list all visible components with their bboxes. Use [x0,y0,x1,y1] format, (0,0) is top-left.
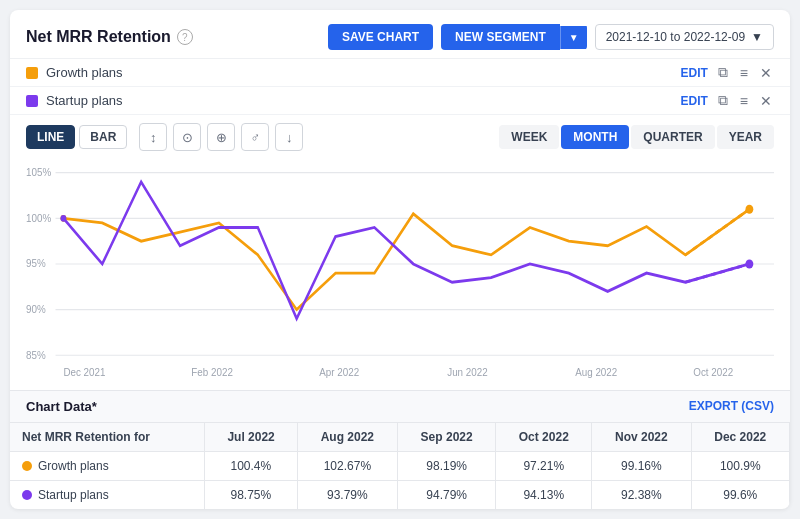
share-icon-button[interactable]: ♂ [241,123,269,151]
startup-endpoint [745,259,753,268]
svg-text:100%: 100% [26,211,52,224]
svg-text:Feb 2022: Feb 2022 [191,365,233,378]
chart-controls: LINE BAR ↕ ⊙ ⊕ ♂ ↓ WEEK MONTH QUARTER YE… [10,115,790,159]
growth-endpoint [745,205,753,214]
header-right: SAVE CHART NEW SEGMENT ▼ 2021-12-10 to 2… [328,24,774,50]
table-header-row: Net MRR Retention for Jul 2022 Aug 2022 … [10,423,790,452]
svg-text:95%: 95% [26,257,46,270]
col-header-2: Aug 2022 [297,423,397,452]
new-segment-group: NEW SEGMENT ▼ [441,24,587,50]
startup-dec: 99.6% [691,481,789,510]
date-range-text: 2021-12-10 to 2022-12-09 [606,30,745,44]
filter-icon-button[interactable]: ⊕ [207,123,235,151]
svg-text:105%: 105% [26,165,52,178]
startup-line [63,182,749,319]
info-icon[interactable]: ? [177,29,193,45]
growth-jul: 100.4% [205,451,297,481]
new-segment-dropdown-button[interactable]: ▼ [560,26,587,49]
save-chart-button[interactable]: SAVE CHART [328,24,433,50]
growth-label: Growth plans [46,65,123,80]
startup-table-dot [22,490,32,500]
page-title: Net MRR Retention [26,28,171,46]
growth-table-dot [22,461,32,471]
table-section: Chart Data* EXPORT (CSV) Net MRR Retenti… [10,390,790,510]
table-header: Chart Data* EXPORT (CSV) [10,391,790,423]
growth-nov: 99.16% [592,451,691,481]
svg-text:Aug 2022: Aug 2022 [575,365,617,378]
col-header-0: Net MRR Retention for [10,423,205,452]
col-header-6: Dec 2022 [691,423,789,452]
growth-dec: 100.9% [691,451,789,481]
startup-menu-icon[interactable]: ≡ [738,93,750,109]
header-left: Net MRR Retention ? [26,28,193,46]
settings-icon-button[interactable]: ⊙ [173,123,201,151]
startup-close-icon[interactable]: ✕ [758,93,774,109]
svg-text:Dec 2021: Dec 2021 [63,365,105,378]
segment-left-startup: Startup plans [26,93,123,108]
col-header-1: Jul 2022 [205,423,297,452]
startup-edit-button[interactable]: EDIT [680,94,707,108]
svg-line-16 [685,209,749,255]
growth-close-icon[interactable]: ✕ [758,65,774,81]
growth-aug: 102.67% [297,451,397,481]
month-button[interactable]: MONTH [561,125,629,149]
startup-jul: 98.75% [205,481,297,510]
calendar-icon: ▼ [751,30,763,44]
startup-actions: EDIT ⧉ ≡ ✕ [680,92,774,109]
chart-icon-buttons: ↕ ⊙ ⊕ ♂ ↓ [139,123,303,151]
left-controls: LINE BAR ↕ ⊙ ⊕ ♂ ↓ [26,123,303,151]
data-table: Net MRR Retention for Jul 2022 Aug 2022 … [10,423,790,510]
svg-text:Jun 2022: Jun 2022 [447,365,488,378]
growth-oct: 97.21% [496,451,592,481]
startup-oct: 94.13% [496,481,592,510]
col-header-4: Oct 2022 [496,423,592,452]
growth-copy-icon[interactable]: ⧉ [716,64,730,81]
startup-sep: 94.79% [397,481,495,510]
startup-dot [26,95,38,107]
growth-edit-button[interactable]: EDIT [680,66,707,80]
quarter-button[interactable]: QUARTER [631,125,714,149]
table-title: Chart Data* [26,399,97,414]
segment-left-growth: Growth plans [26,65,123,80]
new-segment-button[interactable]: NEW SEGMENT [441,24,560,50]
col-header-5: Nov 2022 [592,423,691,452]
startup-aug: 93.79% [297,481,397,510]
startup-copy-icon[interactable]: ⧉ [716,92,730,109]
table-row-growth: Growth plans 100.4% 102.67% 98.19% 97.21… [10,451,790,481]
table-row-startup: Startup plans 98.75% 93.79% 94.79% 94.13… [10,481,790,510]
growth-row-label: Growth plans [10,452,205,481]
header: Net MRR Retention ? SAVE CHART NEW SEGME… [10,10,790,59]
startup-point [60,215,66,222]
year-button[interactable]: YEAR [717,125,774,149]
line-chart: 105% 100% 95% 90% 85% Dec 2021 Feb 2022 … [26,159,774,382]
export-button[interactable]: EXPORT (CSV) [689,399,774,413]
svg-text:85%: 85% [26,348,46,361]
bar-chart-button[interactable]: BAR [79,125,127,149]
growth-sep: 98.19% [397,451,495,481]
growth-dot [26,67,38,79]
page: Net MRR Retention ? SAVE CHART NEW SEGME… [0,0,800,519]
svg-text:Oct 2022: Oct 2022 [693,365,733,378]
col-header-3: Sep 2022 [397,423,495,452]
sort-icon-button[interactable]: ↕ [139,123,167,151]
growth-actions: EDIT ⧉ ≡ ✕ [680,64,774,81]
growth-menu-icon[interactable]: ≡ [738,65,750,81]
line-chart-button[interactable]: LINE [26,125,75,149]
svg-text:Apr 2022: Apr 2022 [319,365,359,378]
startup-row-label: Startup plans [10,481,205,509]
time-buttons: WEEK MONTH QUARTER YEAR [499,125,774,149]
main-card: Net MRR Retention ? SAVE CHART NEW SEGME… [10,10,790,509]
startup-nov: 92.38% [592,481,691,510]
segment-row-growth: Growth plans EDIT ⧉ ≡ ✕ [10,59,790,87]
segment-row-startup: Startup plans EDIT ⧉ ≡ ✕ [10,87,790,115]
week-button[interactable]: WEEK [499,125,559,149]
date-range-button[interactable]: 2021-12-10 to 2022-12-09 ▼ [595,24,774,50]
chart-area: 105% 100% 95% 90% 85% Dec 2021 Feb 2022 … [10,159,790,390]
svg-text:90%: 90% [26,302,46,315]
startup-label: Startup plans [46,93,123,108]
download-icon-button[interactable]: ↓ [275,123,303,151]
